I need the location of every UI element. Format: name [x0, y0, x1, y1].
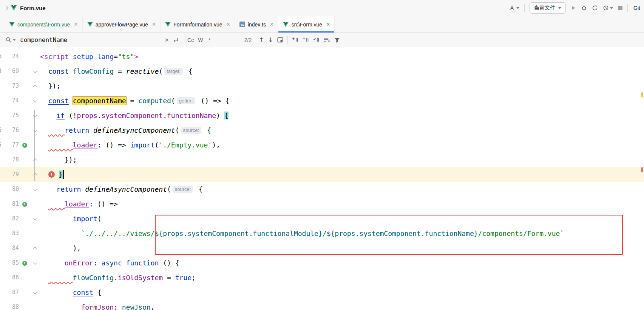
add-occurrence-button[interactable] — [292, 37, 298, 43]
code-token: props — [77, 112, 97, 119]
fold-up-icon[interactable] — [30, 167, 40, 182]
match-case-button[interactable]: Cc — [187, 37, 194, 43]
tab-close-icon[interactable]: × — [326, 21, 330, 28]
code-line[interactable]: 80 return defineAsyncComponent(source: { — [0, 182, 644, 197]
error-stripe-error-mark[interactable] — [641, 167, 643, 172]
line-number[interactable]: 75 — [0, 108, 19, 123]
line-number[interactable]: 84 — [0, 241, 19, 256]
code-line[interactable]: 84 ), — [0, 241, 644, 256]
user-button[interactable] — [509, 5, 519, 11]
code-token: systemComponent — [102, 112, 163, 119]
line-number[interactable]: 83 — [0, 226, 19, 241]
line-number[interactable]: 86 — [0, 270, 19, 285]
line-number[interactable]: 82 — [0, 211, 19, 226]
fold-scope-line — [34, 110, 35, 181]
regex-button[interactable]: .* — [207, 37, 210, 43]
filter-button[interactable] — [334, 37, 340, 43]
code-line[interactable]: 87 const { — [0, 285, 644, 300]
line-number[interactable]: 87 — [0, 285, 19, 300]
tab-index-ts[interactable]: TSindex.ts× — [235, 16, 279, 33]
code-line[interactable]: 82 import( — [0, 211, 644, 226]
implements-gutter-icon[interactable] — [19, 138, 30, 152]
code-line[interactable]: 81 loader: () => — [0, 197, 644, 211]
line-number[interactable]: 78 — [0, 152, 19, 167]
code-line[interactable]: 24<script setup lang="ts"> — [0, 49, 644, 64]
code-token: () => { — [197, 97, 230, 105]
tab-close-icon[interactable]: × — [226, 21, 230, 28]
search-options-button[interactable] — [324, 37, 330, 43]
git-widget[interactable]: Git — [633, 5, 640, 11]
code-line[interactable]: 88 formJson: newJson, — [0, 300, 644, 310]
code-token: = — [114, 53, 118, 60]
line-number[interactable]: 79 — [0, 167, 19, 182]
code-line[interactable]: 69 const flowConfig = reactive(target: { — [0, 64, 644, 79]
code-line[interactable]: 77 loader: () => import('./Empty.vue'), — [0, 138, 644, 152]
code-token: return — [65, 126, 89, 134]
open-in-tool-window-button[interactable] — [277, 37, 283, 43]
remove-occurrence-button[interactable] — [303, 37, 309, 43]
code-text: `./../../../views/${props.systemComponen… — [40, 226, 644, 241]
code-line[interactable]: 83 `./../../../views/${props.systemCompo… — [0, 226, 644, 241]
code-line[interactable]: 75 if (!props.systemComponent.functionNa… — [0, 108, 644, 123]
code-line[interactable]: 74 const componentName = computed(getter… — [0, 93, 644, 108]
code-token — [40, 229, 81, 237]
fold-up-icon[interactable] — [30, 152, 40, 167]
line-number[interactable]: 69 — [0, 64, 19, 79]
tab-close-icon[interactable]: × — [152, 21, 156, 28]
line-number[interactable]: 81 — [0, 197, 19, 211]
code-token: const — [73, 288, 93, 296]
line-number[interactable]: 76 — [0, 123, 19, 138]
whole-words-button[interactable]: W — [198, 37, 203, 43]
tab-approveflowpage-vue[interactable]: approveFlowPage.vue× — [83, 16, 161, 33]
run-button[interactable] — [571, 5, 576, 11]
line-number[interactable]: 85 — [0, 256, 19, 270]
fold-up-icon[interactable] — [30, 79, 40, 93]
code-token: ) — [216, 112, 224, 119]
tab-close-icon[interactable]: × — [74, 21, 77, 28]
fold-down-icon[interactable] — [30, 64, 40, 79]
tab-forminformation-vue[interactable]: FormInformation.vue× — [161, 16, 235, 33]
code-line[interactable]: 85 onError: async function () { — [0, 256, 644, 270]
gutter-spacer — [19, 182, 30, 197]
line-number[interactable]: 73 — [0, 79, 19, 93]
run-history-button[interactable] — [603, 5, 613, 11]
fold-down-icon[interactable] — [30, 182, 40, 197]
line-number[interactable]: 24 — [0, 49, 19, 64]
newline-search-icon[interactable] — [173, 37, 179, 43]
stop-button[interactable] — [618, 6, 622, 10]
fold-down-icon[interactable] — [30, 285, 40, 300]
error-icon — [48, 171, 55, 178]
fold-down-icon[interactable] — [30, 93, 40, 108]
tab-close-icon[interactable]: × — [270, 21, 273, 28]
search-icon[interactable] — [5, 37, 16, 43]
fold-down-icon[interactable] — [30, 108, 40, 123]
next-match-button[interactable]: ↓ — [268, 36, 273, 43]
divider — [287, 36, 288, 44]
profiler-button[interactable] — [592, 5, 598, 11]
implements-gutter-icon[interactable] — [19, 256, 30, 270]
line-number[interactable]: 77 — [0, 138, 19, 152]
tab-src-form-vue[interactable]: src\Form.vue× — [278, 16, 335, 33]
code-line[interactable]: 86 flowConfig.isOldSystem = true; — [0, 270, 644, 285]
previous-match-button[interactable]: ↑ — [259, 36, 264, 43]
select-all-occurrences-button[interactable] — [313, 37, 320, 43]
fold-down-icon[interactable] — [30, 256, 40, 270]
code-line[interactable]: 73 }); — [0, 79, 644, 93]
fold-up-icon[interactable] — [30, 241, 40, 256]
tab-components-form-vue[interactable]: components\Form.vue× — [5, 16, 83, 33]
code-line[interactable]: 78 }); — [0, 152, 644, 167]
fold-down-icon[interactable] — [30, 211, 40, 226]
search-input[interactable]: componentName — [20, 36, 161, 43]
fold-down-icon[interactable] — [30, 123, 40, 138]
code-line[interactable]: 76 return defineAsyncComponent(source: { — [0, 123, 644, 138]
line-number[interactable]: 74 — [0, 93, 19, 108]
line-number[interactable]: 88 — [0, 300, 19, 310]
run-config-selector[interactable]: 当前文件 — [530, 2, 566, 14]
error-stripe-search-mark[interactable] — [641, 92, 643, 98]
code-editor[interactable]: 24<script setup lang="ts">69 const flowC… — [0, 47, 644, 310]
debug-button[interactable] — [581, 5, 587, 11]
code-line[interactable]: 79 } — [0, 167, 644, 182]
clear-search-icon[interactable]: × — [165, 36, 169, 43]
line-number[interactable]: 80 — [0, 182, 19, 197]
implements-gutter-icon[interactable] — [19, 197, 30, 211]
